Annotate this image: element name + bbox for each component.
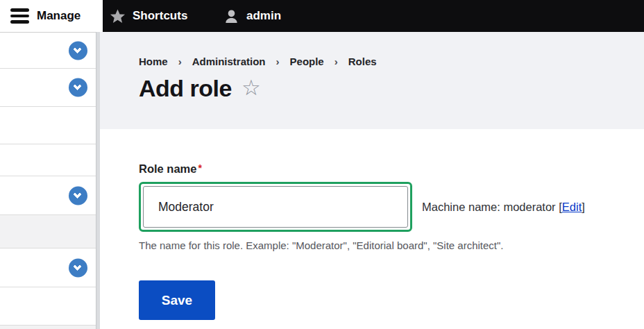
chevron-down-icon[interactable] <box>69 258 87 277</box>
admin-menu-sidebar <box>0 32 96 329</box>
breadcrumb-link[interactable]: People <box>290 56 324 67</box>
machine-name-edit-link[interactable]: Edit <box>562 201 582 213</box>
chevron-down-icon[interactable] <box>69 186 87 205</box>
user-icon <box>223 8 239 24</box>
menu-row[interactable] <box>0 287 96 326</box>
star-icon <box>110 8 126 24</box>
breadcrumb: Home›Administration›People›Roles <box>139 56 644 67</box>
input-focus-ring <box>139 182 412 232</box>
menu-row[interactable] <box>0 144 96 176</box>
menu-row[interactable] <box>0 176 96 215</box>
drupal-admin-screen: Shortcuts admin Manage Home›Administrati… <box>0 0 644 329</box>
menu-row[interactable] <box>0 215 96 248</box>
user-label: admin <box>246 9 281 23</box>
hamburger-menu-icon <box>10 8 29 24</box>
breadcrumb-separator-icon: › <box>334 56 338 67</box>
add-role-form: Role name* Machine name: moderator [Edit… <box>100 129 644 320</box>
menu-row[interactable] <box>0 107 96 144</box>
role-name-row: Machine name: moderator [Edit] <box>139 182 644 232</box>
menu-row[interactable] <box>0 248 96 287</box>
menu-row[interactable] <box>0 33 96 69</box>
breadcrumb-link[interactable]: Administration <box>192 56 266 67</box>
menu-row[interactable] <box>0 326 96 329</box>
favorite-star-icon[interactable]: ☆ <box>242 78 261 99</box>
title-row: Add role ☆ <box>139 74 644 102</box>
toolbar-item-shortcuts[interactable]: Shortcuts <box>110 0 187 32</box>
toolbar-item-manage[interactable]: Manage <box>0 0 103 32</box>
chevron-down-icon[interactable] <box>69 78 87 97</box>
breadcrumb-link[interactable]: Roles <box>348 56 377 67</box>
shortcuts-label: Shortcuts <box>133 9 187 23</box>
main-content: Home›Administration›People›Roles Add rol… <box>100 32 644 329</box>
save-button[interactable]: Save <box>139 280 215 320</box>
menu-row[interactable] <box>0 69 96 107</box>
breadcrumb-separator-icon: › <box>178 56 182 67</box>
role-name-help-text: The name for this role. Example: "Modera… <box>139 239 644 251</box>
machine-name-text: Machine name: moderator [Edit] <box>422 201 585 214</box>
role-name-label: Role name* <box>139 162 202 175</box>
breadcrumb-link[interactable]: Home <box>139 56 168 67</box>
page-header-band: Home›Administration›People›Roles Add rol… <box>100 32 644 129</box>
toolbar-item-user[interactable]: admin <box>223 0 281 32</box>
manage-label: Manage <box>37 9 80 23</box>
required-marker: * <box>198 162 201 174</box>
chevron-down-icon[interactable] <box>69 41 87 60</box>
breadcrumb-separator-icon: › <box>276 56 280 67</box>
page-title: Add role <box>139 74 232 102</box>
role-name-input[interactable] <box>143 186 408 228</box>
